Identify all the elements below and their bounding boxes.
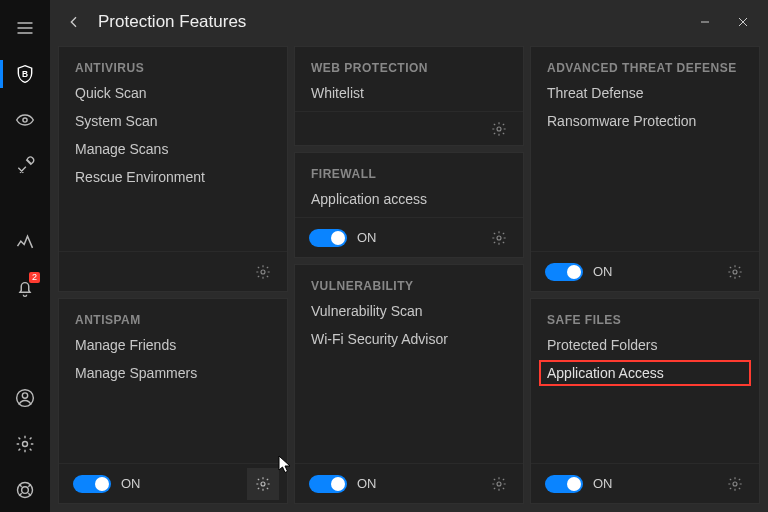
card-firewall: FIREWALL Application access ON: [294, 152, 524, 258]
chevron-left-icon: [66, 14, 82, 30]
close-button[interactable]: [726, 9, 760, 35]
nav-settings[interactable]: [0, 422, 50, 466]
help-icon: [15, 480, 35, 500]
antivirus-settings[interactable]: [247, 256, 279, 288]
antispam-settings[interactable]: [247, 468, 279, 500]
feature-grid: ANTIVIRUS Quick Scan System Scan Manage …: [50, 44, 768, 512]
web-protection-settings[interactable]: [483, 113, 515, 145]
rail-divider: [0, 190, 50, 218]
item-system-scan[interactable]: System Scan: [75, 113, 271, 129]
card-advanced-threat: ADVANCED THREAT DEFENSE Threat Defense R…: [530, 46, 760, 292]
advanced-threat-settings[interactable]: [719, 256, 751, 288]
left-rail: 2: [0, 0, 50, 512]
card-title: SAFE FILES: [531, 299, 759, 337]
item-vulnerability-scan[interactable]: Vulnerability Scan: [311, 303, 507, 319]
nav-activity[interactable]: [0, 220, 50, 264]
menu-icon: [15, 18, 35, 38]
main-area: Protection Features ANTIVIRUS Quick Scan…: [50, 0, 768, 512]
shield-icon: [15, 64, 35, 84]
minimize-button[interactable]: [688, 9, 722, 35]
safe-files-settings[interactable]: [719, 468, 751, 500]
card-title: ANTISPAM: [59, 299, 287, 337]
gear-icon: [255, 476, 271, 492]
nav-account[interactable]: [0, 376, 50, 420]
antispam-toggle[interactable]: [73, 475, 111, 493]
vulnerability-settings[interactable]: [483, 468, 515, 500]
vulnerability-toggle[interactable]: [309, 475, 347, 493]
item-whitelist[interactable]: Whitelist: [311, 85, 507, 101]
header: Protection Features: [50, 0, 768, 44]
item-application-access-safefiles[interactable]: Application Access: [539, 360, 751, 386]
gear-icon: [255, 264, 271, 280]
toggle-label: ON: [357, 230, 377, 245]
item-quick-scan[interactable]: Quick Scan: [75, 85, 271, 101]
toggle-label: ON: [593, 476, 613, 491]
card-vulnerability: VULNERABILITY Vulnerability Scan Wi-Fi S…: [294, 264, 524, 504]
card-antivirus: ANTIVIRUS Quick Scan System Scan Manage …: [58, 46, 288, 292]
toggle-label: ON: [593, 264, 613, 279]
card-title: WEB PROTECTION: [295, 47, 523, 85]
item-manage-spammers[interactable]: Manage Spammers: [75, 365, 271, 381]
card-title: VULNERABILITY: [295, 265, 523, 303]
safe-files-toggle[interactable]: [545, 475, 583, 493]
firewall-toggle[interactable]: [309, 229, 347, 247]
item-application-access[interactable]: Application access: [311, 191, 507, 207]
menu-button[interactable]: [0, 6, 50, 50]
window-controls: [688, 9, 760, 35]
minimize-icon: [697, 14, 713, 30]
tools-icon: [15, 156, 35, 176]
gear-icon: [491, 121, 507, 137]
item-protected-folders[interactable]: Protected Folders: [547, 337, 743, 353]
nav-support[interactable]: [0, 468, 50, 512]
item-ransomware-protection[interactable]: Ransomware Protection: [547, 113, 743, 129]
eye-icon: [15, 110, 35, 130]
item-wifi-advisor[interactable]: Wi-Fi Security Advisor: [311, 331, 507, 347]
card-antispam: ANTISPAM Manage Friends Manage Spammers …: [58, 298, 288, 504]
item-manage-scans[interactable]: Manage Scans: [75, 141, 271, 157]
card-web-protection: WEB PROTECTION Whitelist: [294, 46, 524, 146]
nav-privacy[interactable]: [0, 98, 50, 142]
back-button[interactable]: [62, 10, 86, 34]
toggle-label: ON: [357, 476, 377, 491]
card-safe-files: SAFE FILES Protected Folders Application…: [530, 298, 760, 504]
advanced-threat-toggle[interactable]: [545, 263, 583, 281]
user-icon: [15, 388, 35, 408]
item-threat-defense[interactable]: Threat Defense: [547, 85, 743, 101]
firewall-settings[interactable]: [483, 222, 515, 254]
close-icon: [735, 14, 751, 30]
card-title: ANTIVIRUS: [59, 47, 287, 85]
toggle-label: ON: [121, 476, 141, 491]
gear-icon: [727, 264, 743, 280]
gear-icon: [727, 476, 743, 492]
nav-protection[interactable]: [0, 52, 50, 96]
nav-notifications[interactable]: 2: [0, 266, 50, 310]
item-rescue-environment[interactable]: Rescue Environment: [75, 169, 271, 185]
activity-icon: [15, 232, 35, 252]
page-title: Protection Features: [98, 12, 246, 32]
card-title: FIREWALL: [295, 153, 523, 191]
card-title: ADVANCED THREAT DEFENSE: [531, 47, 759, 85]
notification-badge: 2: [29, 272, 40, 283]
gear-icon: [491, 230, 507, 246]
item-manage-friends[interactable]: Manage Friends: [75, 337, 271, 353]
gear-icon: [15, 434, 35, 454]
gear-icon: [491, 476, 507, 492]
nav-utilities[interactable]: [0, 144, 50, 188]
